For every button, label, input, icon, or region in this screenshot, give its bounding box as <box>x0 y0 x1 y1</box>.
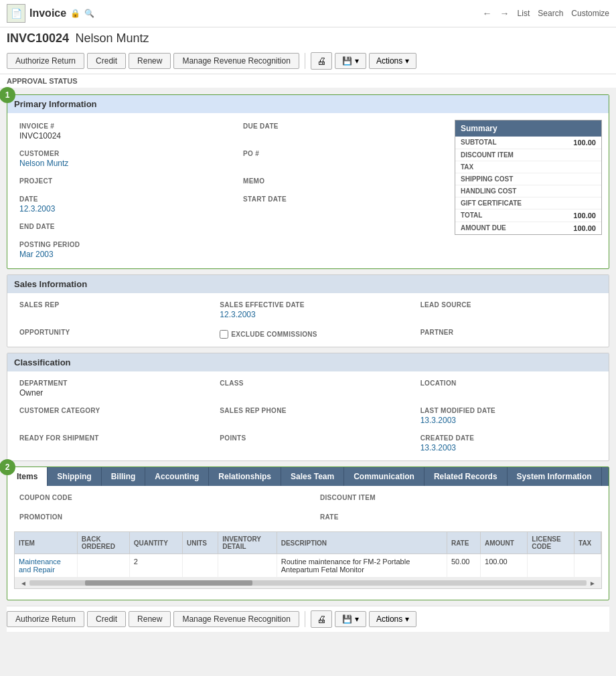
sales-information-section: Sales Information SALES REP SALES EFFECT… <box>7 274 609 347</box>
search-icon[interactable]: 🔍 <box>84 9 94 18</box>
summary-handling-row: HANDLING COST <box>455 185 601 197</box>
scroll-track[interactable] <box>29 580 587 586</box>
last-modified-date-value: 13.3.2003 <box>420 416 597 425</box>
summary-subtotal-row: SUBTOTAL 100.00 <box>455 137 601 149</box>
sales-row-1: SALES REP SALES EFFECTIVE DATE 12.3.2003… <box>14 299 602 322</box>
items-table: ITEM BACKORDERED QUANTITY UNITS INVENTOR… <box>15 532 601 578</box>
created-date-field: CREATED DATE 13.3.2003 <box>415 432 602 455</box>
bottom-manage-revenue-button[interactable]: Manage Revenue Recognition <box>173 611 299 627</box>
customer-field: CUSTOMER Nelson Muntz <box>14 147 224 171</box>
end-date-field: END DATE <box>14 220 448 234</box>
points-field: POINTS <box>214 432 401 455</box>
th-rate: RATE <box>447 532 480 554</box>
th-description: DESCRIPTION <box>277 532 447 554</box>
po-label: PO # <box>243 150 443 157</box>
actions-button[interactable]: Actions ▾ <box>369 53 416 69</box>
table-row: Maintenanceand Repair 2 Routine maintena… <box>15 554 601 578</box>
th-inventory-detail: INVENTORYDETAIL <box>218 532 277 554</box>
scroll-thumb[interactable] <box>85 580 252 586</box>
classification-header: Classification <box>7 353 609 371</box>
bottom-save-button[interactable]: 💾 ▾ <box>335 611 366 627</box>
exclude-commissions-checkbox[interactable] <box>220 330 228 339</box>
summary-total-row: TOTAL 100.00 <box>455 209 601 222</box>
th-back-ordered: BACKORDERED <box>77 532 129 554</box>
summary-tax-row: TAX <box>455 161 601 173</box>
tab-billing[interactable]: Billing <box>102 467 146 486</box>
quantity-cell: 2 <box>129 554 182 578</box>
bottom-credit-button[interactable]: Credit <box>87 611 126 627</box>
th-quantity: QUANTITY <box>129 532 182 554</box>
th-amount: AMOUNT <box>481 532 528 554</box>
record-header: INVC10024 Nelson Muntz <box>0 27 616 48</box>
tab-sales-team[interactable]: Sales Team <box>281 467 344 486</box>
renew-button[interactable]: Renew <box>129 53 171 69</box>
tab-system-information[interactable]: System Information <box>508 467 602 486</box>
amount-cell: 100.00 <box>481 554 528 578</box>
authorize-return-button[interactable]: Authorize Return <box>7 53 84 69</box>
customer-label: CUSTOMER <box>19 150 219 157</box>
scroll-right-arrow[interactable]: ► <box>587 580 599 587</box>
department-field: DEPARTMENT Owner <box>14 377 201 400</box>
th-tax: TAX <box>574 532 601 554</box>
search-link[interactable]: Search <box>538 9 563 18</box>
discount-item-tab-field: DISCOUNT ITEM <box>315 491 602 505</box>
top-nav: ← → List Search Customize <box>483 8 609 19</box>
tab-communication[interactable]: Communication <box>344 467 425 486</box>
end-date-label: END DATE <box>19 223 443 230</box>
ready-for-shipment-label: READY FOR SHIPMENT <box>19 434 196 442</box>
description-cell: Routine maintenance for FM-2 PortableAnt… <box>277 554 447 578</box>
summary-handling-label: HANDLING COST <box>461 187 516 195</box>
opportunity-label: OPPORTUNITY <box>19 329 196 336</box>
items-fields-row: COUPON CODE DISCOUNT ITEM <box>14 491 602 505</box>
nav-back-button[interactable]: ← <box>483 8 492 19</box>
summary-amount-due-value: 100.00 <box>573 224 596 232</box>
tab-related-records[interactable]: Related Records <box>425 467 508 486</box>
nav-forward-button[interactable]: → <box>500 8 510 19</box>
bottom-print-button[interactable]: 🖨 <box>311 610 332 628</box>
summary-discount-row: DISCOUNT ITEM <box>455 149 601 161</box>
app-icon: 📄 <box>7 4 25 23</box>
tab-address[interactable]: Address <box>602 467 609 486</box>
manage-revenue-button[interactable]: Manage Revenue Recognition <box>173 53 299 69</box>
lead-source-field: LEAD SOURCE <box>415 299 602 322</box>
save-button[interactable]: 💾 ▾ <box>335 53 366 69</box>
credit-button[interactable]: Credit <box>87 53 126 69</box>
bottom-renew-button[interactable]: Renew <box>129 611 171 627</box>
bottom-actions-button[interactable]: Actions ▾ <box>369 611 416 627</box>
items-table-header-row: ITEM BACKORDERED QUANTITY UNITS INVENTOR… <box>15 532 601 554</box>
bottom-authorize-return-button[interactable]: Authorize Return <box>7 611 84 627</box>
record-id: INVC10024 <box>7 31 69 45</box>
horizontal-scrollbar[interactable]: ◄ ► <box>15 578 601 588</box>
back-ordered-cell <box>77 554 129 578</box>
print-button[interactable]: 🖨 <box>311 52 332 70</box>
invoice-label: INVOICE # <box>19 122 219 130</box>
points-label: POINTS <box>220 434 396 442</box>
customize-link[interactable]: Customize <box>571 9 609 18</box>
partner-field: PARTNER <box>415 326 602 341</box>
created-date-value: 13.3.2003 <box>420 443 597 452</box>
tab-accounting[interactable]: Accounting <box>145 467 209 486</box>
classification-section: Classification DEPARTMENT Owner CLASS LO… <box>7 353 609 461</box>
badge-1: 1 <box>0 87 15 103</box>
item-name-cell[interactable]: Maintenanceand Repair <box>15 554 77 578</box>
location-field: LOCATION <box>415 377 602 400</box>
tab-relationships[interactable]: Relationships <box>209 467 281 486</box>
scroll-left-arrow[interactable]: ◄ <box>17 580 29 587</box>
class-row-1: DEPARTMENT Owner CLASS LOCATION <box>14 377 602 400</box>
th-license-code: LICENSECODE <box>528 532 574 554</box>
class-field: CLASS <box>214 377 401 400</box>
inventory-detail-cell <box>218 554 277 578</box>
customer-category-field: CUSTOMER CATEGORY <box>14 404 201 428</box>
list-link[interactable]: List <box>518 9 530 18</box>
rate-cell: 50.00 <box>447 554 480 578</box>
tab-content-items: COUPON CODE DISCOUNT ITEM PROMOTION RATE <box>7 486 609 600</box>
primary-fields-left: INVOICE # INVC10024 DUE DATE CUSTOMER Ne… <box>14 120 448 262</box>
primary-info-body: Summary SUBTOTAL 100.00 DISCOUNT ITEM TA… <box>7 113 609 268</box>
tab-shipping[interactable]: Shipping <box>48 467 101 486</box>
exclude-commissions-field: EXCLUDE COMMISSIONS <box>214 326 401 341</box>
rate-tab-label: RATE <box>320 513 597 521</box>
bottom-actions-arrow-icon: ▾ <box>405 614 409 624</box>
ready-for-shipment-field: READY FOR SHIPMENT <box>14 432 201 455</box>
summary-total-label: TOTAL <box>461 212 482 220</box>
top-bar: 📄 Invoice 🔒 🔍 ← → List Search Customize <box>0 0 616 27</box>
